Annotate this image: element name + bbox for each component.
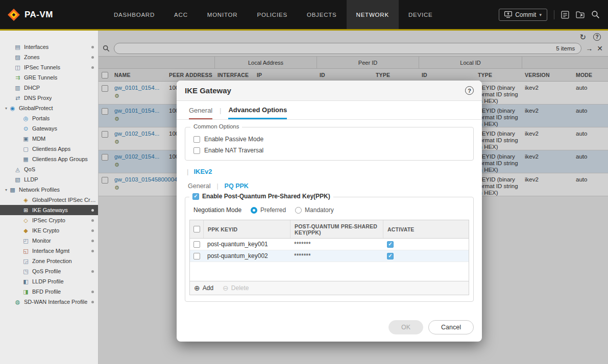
ppk-legend: ✓ Enable Post-Quantum Pre-Shared Key(PPK… (189, 193, 333, 200)
dialog-actions: OK Cancel (388, 320, 474, 334)
nav-right-tools: Commit ▾ (499, 9, 608, 21)
dialog-header: IKE Gateway ? (177, 81, 482, 101)
sidebar-item-gateways[interactable]: ⊙ Gateways (0, 123, 98, 134)
enable-passive-mode-checkbox[interactable] (193, 136, 200, 143)
tab-ikev2-pq-ppk[interactable]: PQ PPK (225, 183, 249, 190)
col-activate[interactable]: ACTIVATE (383, 220, 472, 238)
ppk-key-cell[interactable]: ******* (290, 241, 383, 248)
negotiation-mode-label: Negotiation Mode (193, 206, 241, 214)
chevron-down-icon[interactable]: ▾ (5, 106, 7, 111)
sidebar-item-interface-mgmt[interactable]: ◱ Interface Mgmt (0, 246, 98, 256)
sidebar-item-ike-gateways[interactable]: ⊞ IKE Gateways (0, 205, 98, 215)
nav-item-acc[interactable]: ACC (164, 0, 198, 29)
tab-general[interactable]: General (189, 107, 212, 119)
negotiation-mandatory-option[interactable]: Mandatory (295, 206, 334, 214)
dialog-help-icon[interactable]: ? (465, 86, 474, 95)
sidebar-item-dns-proxy[interactable]: ⇄ DNS Proxy (0, 93, 98, 103)
task-manager-icon[interactable] (561, 11, 569, 19)
sidebar-item-lldp[interactable]: ▧ LLDP (0, 174, 98, 185)
sidebar-item-mdm[interactable]: ▣ MDM (0, 134, 98, 144)
sidebar-item-dhcp[interactable]: ▥ DHCP (0, 83, 98, 93)
search-icon[interactable] (591, 10, 600, 19)
sidebar-item-clientless-apps[interactable]: ▢ Clientless Apps (0, 144, 98, 154)
ppk-keyid-cell[interactable]: post-quantum_key001 (203, 241, 290, 248)
sidebar-item-clientless-app-groups[interactable]: ▦ Clientless App Groups (0, 154, 98, 164)
sidebar-item-globalprotect[interactable]: ▾ ◉ GlobalProtect (0, 103, 98, 113)
qos-icon: ◬ (14, 166, 21, 173)
ppk-select-all-checkbox[interactable] (193, 226, 200, 232)
activate-checkbox[interactable]: ✓ (387, 253, 394, 259)
sidebar-item-interfaces[interactable]: ▤ Interfaces (0, 42, 98, 52)
ppk-table-row[interactable]: post-quantum_key002 ******* ✓ (190, 250, 469, 262)
config-export-icon[interactable] (576, 11, 585, 18)
col-ppk-keyid[interactable]: PPK KEYID (203, 220, 290, 238)
network-sidebar: ▤ Interfaces ▨ Zones ◫ IPSec Tunnels ⇉ G… (0, 31, 99, 364)
mdm-icon: ▣ (22, 136, 29, 142)
ok-button[interactable]: OK (388, 320, 423, 334)
enable-ppk-checkbox[interactable]: ✓ (192, 193, 199, 200)
nav-item-device[interactable]: DEVICE (399, 0, 443, 29)
clientless-app-groups-icon: ▦ (22, 156, 29, 163)
sidebar-item-qos-profile[interactable]: ◳ QoS Profile (0, 266, 98, 276)
portals-icon: ◎ (22, 115, 29, 122)
enable-passive-mode-row[interactable]: Enable Passive Mode (193, 136, 465, 143)
dialog-tabs: General | Advanced Options (177, 101, 482, 120)
mandatory-radio[interactable] (295, 207, 302, 214)
interface-mgmt-icon: ◱ (22, 248, 29, 254)
ppk-keyid-cell[interactable]: post-quantum_key002 (203, 252, 290, 259)
enable-nat-traversal-row[interactable]: Enable NAT Traversal (193, 147, 465, 154)
ike-crypto-icon: ◆ (22, 227, 29, 234)
tab-advanced-options[interactable]: Advanced Options (228, 106, 287, 119)
ppk-table-header: PPK KEYID POST-QUANTUM PRE-SHARED KEY(PP… (190, 220, 469, 239)
sidebar-item-qos[interactable]: ◬ QoS (0, 164, 98, 174)
ppk-row-checkbox[interactable] (193, 241, 200, 248)
dns-proxy-icon: ⇄ (14, 95, 21, 101)
add-button[interactable]: ⊕ Add (194, 284, 213, 292)
sidebar-item-ipsec-crypto[interactable]: ◇ IPSec Crypto (0, 215, 98, 225)
enable-nat-traversal-checkbox[interactable] (193, 147, 200, 154)
nav-item-objects[interactable]: OBJECTS (297, 0, 347, 29)
sidebar-item-ike-crypto[interactable]: ◆ IKE Crypto (0, 225, 98, 236)
status-dot (91, 250, 94, 252)
commit-button[interactable]: Commit ▾ (499, 9, 547, 21)
nav-item-policies[interactable]: POLICIES (247, 0, 297, 29)
tab-ikev2-general[interactable]: General (188, 183, 210, 190)
status-dot (91, 240, 94, 242)
negotiation-preferred-option[interactable]: Preferred (251, 206, 286, 214)
delete-icon: ⊖ (223, 284, 229, 292)
sidebar-item-sdwan-interface-profile[interactable]: ◍ SD-WAN Interface Profile (0, 297, 98, 307)
sidebar-item-zone-protection[interactable]: ◲ Zone Protection (0, 256, 98, 266)
dialog-body: Common Options Enable Passive Mode Enabl… (177, 127, 482, 302)
chevron-down-icon[interactable]: ▾ (5, 188, 7, 192)
sidebar-item-globalprotect-ipsec-crypto[interactable]: ◈ GlobalProtect IPSec Crypto (0, 195, 98, 205)
lldp-profile-icon: ◧ (22, 278, 29, 285)
nav-item-network[interactable]: NETWORK (347, 0, 399, 29)
ppk-row-checkbox[interactable] (193, 253, 200, 259)
sidebar-item-gre-tunnels[interactable]: ⇉ GRE Tunnels (0, 72, 98, 83)
sidebar-item-ipsec-tunnels[interactable]: ◫ IPSec Tunnels (0, 62, 98, 72)
brand-name: PA-VM (25, 10, 53, 20)
status-dot (91, 56, 94, 59)
activate-checkbox[interactable]: ✓ (387, 241, 394, 248)
cancel-button[interactable]: Cancel (428, 320, 474, 334)
ike-gateways-icon: ⊞ (22, 207, 29, 214)
dhcp-icon: ▥ (14, 85, 21, 91)
ppk-table-row[interactable]: post-quantum_key001 ******* ✓ (190, 239, 469, 250)
nav-item-dashboard[interactable]: DASHBOARD (104, 0, 164, 29)
sidebar-item-network-profiles[interactable]: ▾ ▩ Network Profiles (0, 185, 98, 195)
delete-button[interactable]: ⊖ Delete (223, 284, 249, 292)
status-dot (91, 219, 94, 222)
preferred-radio[interactable] (251, 207, 257, 214)
top-navigation: PA-VM DASHBOARD ACC MONITOR POLICIES OBJ… (0, 0, 608, 31)
sidebar-item-portals[interactable]: ◎ Portals (0, 113, 98, 123)
ppk-key-cell[interactable]: ******* (290, 252, 383, 259)
sidebar-item-bfd-profile[interactable]: ◨ BFD Profile (0, 287, 98, 297)
ipsec-crypto-icon: ◇ (22, 217, 29, 224)
sidebar-item-lldp-profile[interactable]: ◧ LLDP Profile (0, 276, 98, 287)
ppk-table: PPK KEYID POST-QUANTUM PRE-SHARED KEY(PP… (189, 220, 469, 295)
sidebar-item-zones[interactable]: ▨ Zones (0, 52, 98, 62)
zone-protection-icon: ◲ (22, 258, 29, 265)
col-ppk-key[interactable]: POST-QUANTUM PRE-SHARED KEY(PPK) (290, 220, 383, 238)
sidebar-item-monitor[interactable]: ◰ Monitor (0, 236, 98, 246)
nav-item-monitor[interactable]: MONITOR (198, 0, 248, 29)
